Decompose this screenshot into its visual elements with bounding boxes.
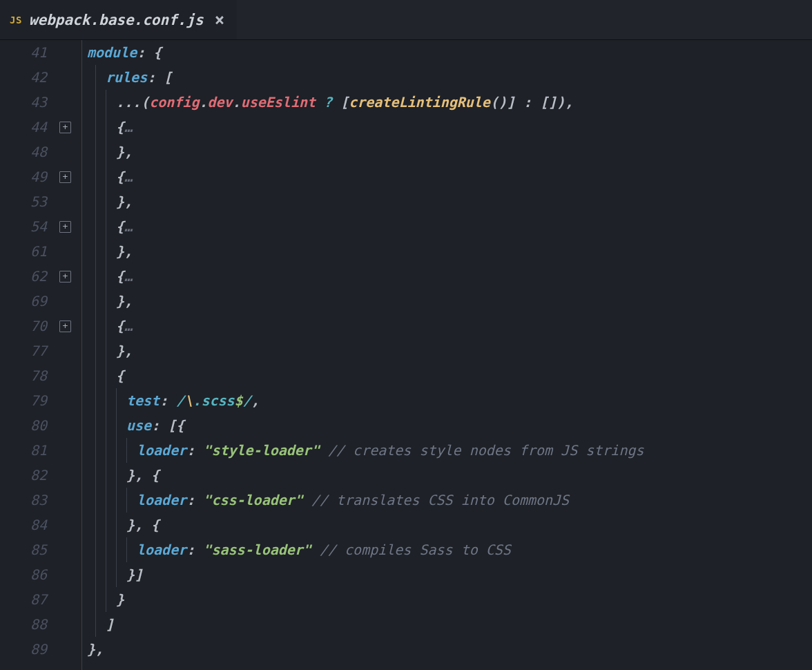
token-property: test [126, 392, 160, 409]
token-punct: : [ [147, 69, 172, 86]
code-line[interactable]: {… [87, 164, 812, 189]
token-spread: ... [116, 94, 141, 111]
token-brace: }, { [126, 467, 160, 484]
code-line[interactable]: ] [87, 612, 812, 637]
line-number: 61 [0, 239, 47, 264]
code-line[interactable]: loader: "css-loader" // translates CSS i… [87, 488, 812, 513]
tab-filename: webpack.base.conf.js [29, 12, 204, 28]
code-line[interactable]: }, [87, 189, 812, 214]
line-number: 89 [0, 637, 47, 662]
token-brace: { [116, 268, 124, 285]
code-line[interactable]: module: { [87, 40, 812, 65]
token-punct: : [186, 542, 203, 558]
token-brace: } [116, 591, 124, 608]
token-property: rules [106, 69, 147, 86]
line-number-gutter: 41 42 43 44 48 49 53 54 61 62 69 70 77 7… [0, 40, 57, 670]
code-line[interactable]: }, [87, 338, 812, 363]
fold-ellipsis-icon[interactable]: … [124, 268, 133, 285]
token-comment: // compiles Sass to CSS [320, 542, 511, 558]
line-number: 48 [0, 140, 47, 164]
code-line[interactable]: test: /\.scss$/, [87, 388, 812, 413]
token-brace: }, { [126, 517, 160, 533]
token-punct: : [186, 442, 203, 459]
tab-webpack-base-conf[interactable]: JS webpack.base.conf.js × [0, 0, 237, 39]
tab-bar: JS webpack.base.conf.js × [0, 0, 812, 40]
fold-expand-icon[interactable]: + [59, 320, 71, 332]
close-icon[interactable]: × [215, 10, 224, 30]
code-line[interactable]: ...(config.dev.useEslint ? [createLintin… [87, 90, 812, 115]
code-content[interactable]: module: { rules: [ ...(config.dev.useEsl… [87, 40, 812, 670]
code-line[interactable]: }, [87, 637, 812, 662]
token-brace: }, [116, 144, 133, 160]
fold-ellipsis-icon[interactable]: … [124, 318, 133, 334]
line-number: 44 [0, 115, 47, 140]
token-punct: : [{ [151, 417, 184, 434]
token-punct: . [199, 94, 207, 111]
token-brace: }, [116, 193, 133, 210]
line-number: 80 [0, 413, 47, 438]
token-comment: // creates style nodes from JS strings [328, 442, 644, 459]
line-number: 82 [0, 463, 47, 488]
token-regex: / [176, 392, 184, 409]
code-line[interactable]: loader: "sass-loader" // compiles Sass t… [87, 537, 812, 562]
token-string: "sass-loader" [203, 542, 311, 558]
token-var: config [149, 94, 199, 111]
token-var: useEslint [241, 94, 316, 111]
fold-expand-icon[interactable]: + [59, 171, 71, 183]
code-line[interactable]: {… [87, 264, 812, 289]
token-punct: : [186, 492, 203, 508]
line-number: 69 [0, 289, 47, 314]
token-call: createLintingRule [349, 94, 490, 111]
code-line[interactable]: {… [87, 214, 812, 239]
token-string: "css-loader" [203, 492, 303, 508]
token-brace: }, [116, 343, 133, 359]
token-punct: : [160, 392, 176, 409]
code-line[interactable]: {… [87, 115, 812, 140]
line-number: 49 [0, 164, 47, 189]
token-regex: / [243, 392, 251, 409]
token-brace: { [116, 218, 124, 235]
token-regex: . [193, 392, 201, 409]
token-brace: }, [87, 641, 104, 658]
fold-ellipsis-icon[interactable]: … [124, 169, 133, 185]
fold-expand-icon[interactable]: + [59, 271, 71, 283]
line-number: 86 [0, 562, 47, 587]
line-number: 70 [0, 314, 47, 338]
token-regex: \ [184, 392, 193, 409]
line-number: 53 [0, 189, 47, 214]
code-line[interactable]: { [87, 363, 812, 388]
line-number: 79 [0, 388, 47, 413]
token-punct: ), [557, 94, 573, 111]
fold-gutter: + + + + + [57, 40, 80, 670]
fold-ellipsis-icon[interactable]: … [124, 119, 133, 135]
line-number: 41 [0, 40, 47, 65]
line-number: 42 [0, 65, 47, 90]
code-line[interactable]: {… [87, 314, 812, 338]
fold-expand-icon[interactable]: + [59, 221, 71, 233]
indent-guide [80, 40, 87, 670]
fold-ellipsis-icon[interactable]: … [124, 218, 133, 235]
code-line[interactable]: }] [87, 562, 812, 587]
code-line[interactable]: }, [87, 140, 812, 164]
fold-expand-icon[interactable]: + [59, 122, 71, 133]
js-file-icon: JS [10, 15, 22, 26]
token-property: loader [137, 492, 186, 508]
token-var: dev [207, 94, 232, 111]
code-line[interactable]: use: [{ [87, 413, 812, 438]
code-line[interactable]: }, { [87, 463, 812, 488]
code-line[interactable]: rules: [ [87, 65, 812, 90]
code-line[interactable]: }, { [87, 513, 812, 537]
code-line[interactable]: }, [87, 289, 812, 314]
token-punct: ( [141, 94, 149, 111]
line-number: 78 [0, 363, 47, 388]
code-editor[interactable]: 41 42 43 44 48 49 53 54 61 62 69 70 77 7… [0, 40, 812, 670]
line-number: 62 [0, 264, 47, 289]
line-number: 88 [0, 612, 47, 637]
code-line[interactable]: } [87, 587, 812, 612]
code-line[interactable]: loader: "style-loader" // creates style … [87, 438, 812, 463]
code-line[interactable]: }, [87, 239, 812, 264]
token-punct: [ [340, 94, 349, 111]
token-brace: }] [126, 566, 143, 583]
token-regex: $ [235, 392, 243, 409]
token-string: "style-loader" [203, 442, 320, 459]
